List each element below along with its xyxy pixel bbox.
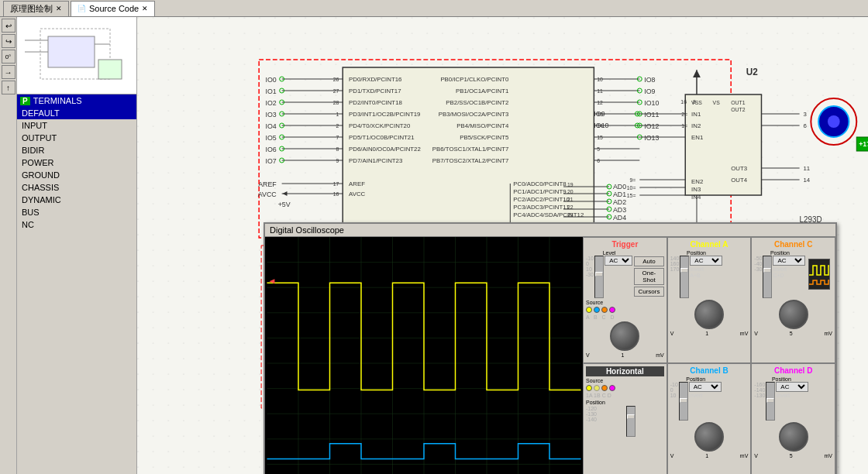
level-label: Level — [603, 250, 616, 256]
trigger-mv-label: mV — [656, 352, 664, 358]
tab-schematic[interactable]: 原理图绘制 ✕ — [3, 1, 69, 16]
tab-source[interactable]: 📄 Source Code ✕ — [71, 1, 155, 16]
up-button[interactable]: ↑ — [2, 81, 16, 94]
sidebar-item-ground[interactable]: GROUND — [17, 169, 136, 181]
svg-text:8: 8 — [693, 99, 696, 105]
svg-text:19: 19 — [567, 182, 574, 187]
src-dot-d[interactable] — [609, 307, 615, 313]
osc-body: Trigger Level -10010-30 — [265, 237, 835, 474]
channel-c-panel: Channel C Position -50-40-30 — [751, 237, 835, 363]
ch-c-pos-slider[interactable] — [763, 256, 772, 298]
horiz-dot-a[interactable] — [586, 385, 592, 391]
trigger-ac-select[interactable]: ACDC — [604, 256, 632, 266]
ch-a-pos-slider[interactable] — [680, 256, 689, 298]
sidebar-item-bus[interactable]: BUS — [17, 206, 136, 218]
ch-c-coupling[interactable]: ACDCGNDOFF — [773, 256, 805, 266]
svg-text:IN3: IN3 — [691, 186, 701, 193]
ch-b-pos-label: Position — [686, 376, 705, 382]
ch-c-mv-label: mV — [824, 331, 832, 336]
ch-b-v-label: V — [670, 453, 674, 459]
channel-d-title: Channel D — [754, 366, 832, 375]
sidebar-item-power[interactable]: POWER — [17, 156, 136, 169]
svg-text:9=: 9= — [630, 177, 636, 183]
ch-c-5-label: 5 — [790, 331, 793, 336]
svg-text:7: 7 — [336, 135, 339, 140]
horiz-pos-slider[interactable] — [626, 406, 636, 437]
ch-b-pos-slider[interactable] — [679, 382, 688, 421]
sidebar-item-bidir[interactable]: BIDIR — [17, 144, 136, 156]
ch-d-v-label: V — [754, 453, 758, 459]
src-dot-a[interactable] — [586, 307, 592, 313]
src-dot-b[interactable] — [594, 307, 600, 313]
svg-text:10=: 10= — [627, 185, 636, 191]
undo-button[interactable]: ↩ — [2, 19, 16, 33]
one-shot-button[interactable]: One-Shot — [634, 268, 664, 285]
rotate-button[interactable]: 0° — [2, 50, 16, 64]
src-dot-c[interactable] — [601, 307, 608, 313]
ch-d-coupling[interactable]: ACDCGNDOFF — [776, 382, 808, 392]
svg-text:1: 1 — [336, 112, 339, 117]
cursors-button[interactable]: Cursors — [634, 287, 664, 297]
svg-text:20: 20 — [567, 189, 574, 194]
ch-b-coupling[interactable]: ACDCGNDOFF — [689, 382, 722, 392]
svg-text:IO11: IO11 — [644, 111, 659, 118]
ch-c-v-label: V — [754, 331, 758, 336]
right-button[interactable]: → — [2, 65, 16, 79]
trigger-1-label: 1 — [621, 352, 624, 358]
sidebar-item-chassis[interactable]: CHASSIS — [17, 181, 136, 194]
osc-screen — [265, 237, 583, 474]
svg-text:PD2/INT0/PCINT18: PD2/INT0/PCINT18 — [349, 99, 402, 106]
svg-text:IO2: IO2 — [266, 99, 277, 107]
svg-text:PD1/TXD/PCINT17: PD1/TXD/PCINT17 — [349, 88, 401, 94]
svg-rect-1 — [48, 36, 95, 67]
svg-text:PB5/SCK/PCINT5: PB5/SCK/PCINT5 — [460, 134, 509, 141]
svg-text:IN4: IN4 — [691, 194, 701, 201]
tab-schematic-close[interactable]: ✕ — [56, 5, 62, 12]
ch-c-knob[interactable] — [779, 300, 808, 329]
svg-text:PD6/AIN0/OC0A/PCINT22: PD6/AIN0/OC0A/PCINT22 — [349, 146, 421, 153]
svg-text:10: 10 — [597, 77, 603, 82]
svg-text:AD1: AD1 — [613, 191, 626, 198]
canvas-area[interactable]: IO0 IO1 IO2 IO3 IO4 IO5 IO6 IO7 26 27 28… — [137, 17, 868, 474]
sidebar-title-bar: P TERMINALS — [17, 94, 136, 107]
trigger-source-dots — [586, 307, 664, 313]
auto-button[interactable]: Auto — [634, 256, 664, 266]
sidebar-item-dynamic[interactable]: DYNAMIC — [17, 194, 136, 206]
level-slider[interactable] — [594, 256, 604, 298]
tab-source-label: Source Code — [89, 4, 139, 13]
sidebar-title: TERMINALS — [33, 96, 82, 105]
sidebar: P TERMINALS DEFAULT INPUT OUTPUT BIDIR P… — [17, 17, 137, 474]
ch-a-coupling[interactable]: ACDCGNDOFF — [690, 256, 722, 266]
redo-button[interactable]: ↪ — [2, 34, 16, 48]
svg-text:OUT2: OUT2 — [731, 107, 745, 112]
ch-a-knob[interactable] — [694, 300, 724, 329]
svg-text:EN1: EN1 — [691, 134, 704, 141]
svg-text:PB4/MISO/PCINT4: PB4/MISO/PCINT4 — [456, 122, 509, 129]
tab-source-close[interactable]: ✕ — [142, 5, 148, 12]
svg-text:AD0: AD0 — [613, 183, 626, 191]
osc-controls: Trigger Level -10010-30 — [583, 237, 835, 474]
svg-text:AD4: AD4 — [613, 214, 626, 222]
trigger-knob[interactable] — [610, 321, 639, 351]
sidebar-item-output[interactable]: OUTPUT — [17, 132, 136, 144]
sidebar-item-nc[interactable]: NC — [17, 218, 136, 231]
ch-b-knob[interactable] — [694, 422, 724, 452]
svg-rect-5 — [98, 60, 122, 79]
svg-text:17: 17 — [333, 181, 339, 187]
ch-d-pos-slider[interactable] — [766, 382, 775, 421]
ch-d-pos-label: Position — [772, 376, 791, 382]
svg-text:PD3/INT1/OC2B/PCINT19: PD3/INT1/OC2B/PCINT19 — [349, 111, 421, 118]
ch-d-5-label: 5 — [790, 453, 793, 459]
svg-text:21: 21 — [567, 197, 574, 202]
ch-d-knob[interactable] — [779, 422, 808, 452]
svg-text:IO10: IO10 — [594, 122, 608, 129]
svg-text:PB1/OC1A/PCINT1: PB1/OC1A/PCINT1 — [456, 88, 509, 94]
horiz-dot-1b[interactable] — [594, 385, 600, 391]
channel-d-panel: Channel D Position -160-140-130 — [751, 363, 835, 474]
horiz-dot-d[interactable] — [609, 385, 615, 391]
channel-a-panel: Channel A Position 140160170 — [667, 237, 752, 363]
svg-text:PC2/ADC2/PCINT10: PC2/ADC2/PCINT10 — [513, 196, 570, 203]
horiz-dot-c[interactable] — [601, 385, 608, 391]
sidebar-item-default[interactable]: DEFAULT — [17, 107, 136, 119]
sidebar-item-input[interactable]: INPUT — [17, 119, 136, 132]
